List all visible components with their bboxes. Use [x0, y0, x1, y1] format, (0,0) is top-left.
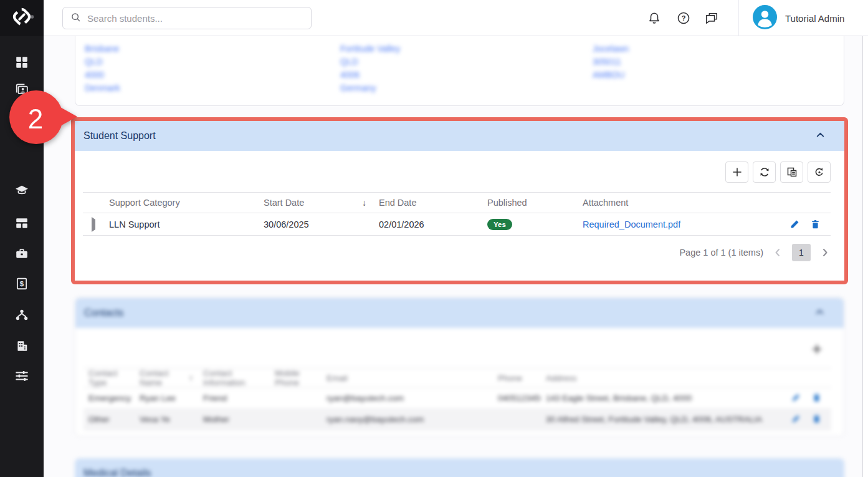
cell-contact-type: Emergency	[83, 388, 135, 409]
edit-pencil-icon[interactable]	[791, 414, 802, 425]
refresh-button[interactable]	[753, 161, 776, 183]
sidebar-item-agents[interactable]	[15, 308, 29, 322]
prev-page-icon[interactable]	[772, 247, 783, 258]
building-icon	[15, 344, 29, 355]
column-header-email[interactable]: Email	[322, 369, 493, 388]
address-link[interactable]: QLD	[85, 55, 120, 69]
column-header-actions	[780, 193, 831, 213]
cell-end-date: 02/01/2026	[373, 213, 481, 236]
address-link[interactable]: Denmark	[85, 82, 120, 95]
student-support-panel: Student Support	[71, 117, 848, 284]
cell-phone: 0405123456	[493, 388, 541, 409]
contact-row: Other Vesa Ye Mother ryan.navy@bayutech.…	[83, 409, 831, 430]
address-link[interactable]: Fortitude Valley	[340, 42, 400, 55]
sidebar-item-programs[interactable]	[15, 216, 29, 230]
sidebar-item-settings[interactable]	[15, 369, 29, 383]
column-header-contact-type[interactable]: Contact Type	[83, 369, 135, 388]
chat-icon[interactable]	[704, 11, 719, 26]
address-panel: Brisbane QLD 4000 Denmark Fortitude Vall…	[75, 36, 844, 106]
graduation-cap-icon	[15, 188, 29, 199]
sidebar-item-courses[interactable]	[15, 183, 29, 197]
panel-title: Contacts	[84, 307, 123, 319]
svg-text:$: $	[20, 280, 24, 287]
contacts-header[interactable]: Contacts	[75, 298, 844, 328]
address-link[interactable]: AMBOU	[593, 69, 629, 82]
app-logo[interactable]	[0, 0, 44, 36]
student-support-grid: Support Category Start Date ↓ End Date P…	[83, 192, 831, 236]
collapse-chevron-up-icon[interactable]	[815, 130, 826, 143]
address-link[interactable]: Germany	[340, 82, 400, 95]
attachment-link[interactable]: Required_Document.pdf	[583, 219, 680, 229]
cell-contact-type: Other	[83, 409, 135, 430]
page-scrollbar[interactable]	[862, 36, 868, 477]
sliders-icon	[15, 374, 29, 385]
next-page-icon[interactable]	[819, 247, 831, 258]
sidebar-item-finance[interactable]: $	[15, 277, 29, 291]
sort-ascending-icon: ↑	[189, 373, 193, 383]
address-column-residential: Brisbane QLD 4000 Denmark	[85, 42, 120, 95]
add-row-button[interactable]	[725, 161, 748, 183]
address-link[interactable]: 305011	[593, 55, 629, 69]
column-header-published[interactable]: Published	[481, 193, 576, 213]
cell-contact-info: Friend	[198, 388, 270, 409]
cell-contact-name: Ryan Lee	[135, 388, 198, 409]
medical-details-panel[interactable]: Medical Details	[75, 458, 844, 477]
cell-start-date: 30/06/2025	[257, 213, 373, 236]
page-summary: Page 1 of 1 (1 items)	[679, 248, 763, 258]
column-header-actions	[773, 369, 831, 388]
column-header-mobile-phone[interactable]: Mobile Phone	[270, 369, 322, 388]
svg-text:?: ?	[682, 14, 686, 22]
column-header-address[interactable]: Address	[541, 369, 773, 388]
revert-button[interactable]	[808, 161, 831, 183]
sidebar-item-organisations[interactable]	[15, 339, 29, 353]
brand-icon	[10, 5, 34, 31]
header-expand-spacer	[83, 193, 103, 213]
column-header-contact-name[interactable]: Contact Name ↑	[135, 369, 198, 388]
column-header-end-date[interactable]: End Date	[373, 193, 481, 213]
cell-address: 30 Alfred Street, Fortitude Valley, QLD,…	[541, 409, 773, 430]
address-link[interactable]: Jocelawn	[593, 42, 629, 55]
column-header-attachment[interactable]: Attachment	[576, 193, 780, 213]
search-input[interactable]	[87, 13, 303, 24]
column-header-start-date[interactable]: Start Date ↓	[257, 193, 373, 213]
address-column-other: Jocelawn 305011 AMBOU	[593, 42, 629, 82]
address-link[interactable]: 4000	[85, 69, 120, 82]
panel-title: Student Support	[83, 130, 156, 142]
contacts-grid: Contact Type Contact Name ↑ Contact Info…	[83, 368, 830, 430]
address-link[interactable]: 4006	[340, 69, 400, 82]
grid-header-row: Contact Type Contact Name ↑ Contact Info…	[83, 369, 831, 388]
sidebar-item-dashboard[interactable]	[15, 55, 29, 69]
edit-pencil-icon[interactable]	[789, 219, 800, 229]
address-link[interactable]: QLD	[340, 55, 400, 69]
delete-trash-icon[interactable]	[812, 414, 823, 425]
row-expand-icon[interactable]	[92, 217, 95, 232]
column-header-support-category[interactable]: Support Category	[103, 193, 257, 213]
notifications-bell-icon[interactable]	[647, 11, 662, 26]
topbar: ? Tutorial Admin	[0, 0, 868, 36]
grid-header-row: Support Category Start Date ↓ End Date P…	[83, 193, 831, 213]
tutorial-step-balloon: 2	[7, 89, 79, 148]
cell-support-category: LLN Support	[103, 213, 257, 236]
search-input-wrapper[interactable]	[62, 7, 312, 29]
delete-trash-icon[interactable]	[810, 219, 821, 229]
cell-mobile	[270, 409, 322, 430]
grid-toolbar	[725, 161, 831, 183]
column-chooser-button[interactable]	[780, 161, 803, 183]
address-link[interactable]: Brisbane	[85, 42, 120, 55]
add-contact-button[interactable]	[809, 341, 825, 357]
student-support-header[interactable]: Student Support	[75, 121, 844, 151]
invoice-dollar-icon: $	[15, 282, 29, 292]
edit-pencil-icon[interactable]	[791, 393, 802, 403]
delete-trash-icon[interactable]	[812, 393, 823, 403]
help-icon[interactable]: ?	[676, 11, 691, 26]
page-number-button[interactable]: 1	[792, 244, 811, 261]
collapse-chevron-up-icon[interactable]	[814, 307, 825, 320]
column-header-phone[interactable]: Phone	[493, 369, 541, 388]
cell-email: ryan@bayutech.com	[322, 388, 493, 409]
column-header-contact-information[interactable]: Contact Information	[198, 369, 270, 388]
avatar	[753, 5, 777, 32]
contacts-panel: Contacts Contact Type	[75, 297, 844, 436]
sidebar-item-employers[interactable]	[15, 246, 29, 260]
cell-contact-name: Vesa Ye	[135, 409, 198, 430]
user-menu[interactable]: Tutorial Admin	[753, 0, 844, 36]
